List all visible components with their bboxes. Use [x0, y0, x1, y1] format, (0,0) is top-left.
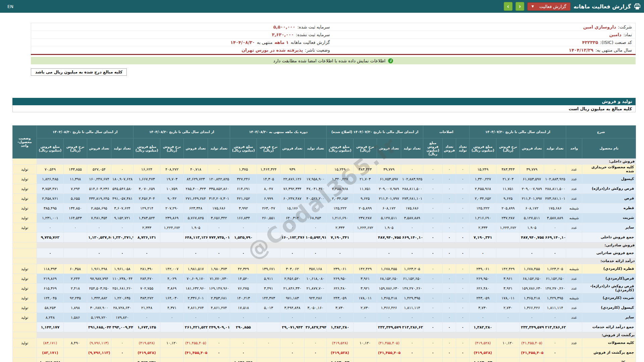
value-cell: ۱۶۰,۱۷۲,۳۷۶	[280, 233, 305, 242]
unit-cell	[566, 233, 582, 242]
value-cell: ۴۲,۳۲۹	[230, 264, 257, 274]
value-cell: ۳,۹۶۱	[354, 274, 377, 284]
value-cell: ۰	[443, 284, 456, 293]
value-cell: ۲۸۱,۳۹۰	[133, 264, 160, 274]
status-cell: تولید	[13, 274, 37, 284]
value-cell: ۵,۱۲۷,۵۱۱	[377, 213, 401, 223]
value-cell: ۶,۹۹۹	[257, 194, 280, 203]
value-cell: ۱۳۴,۸۵۰	[64, 203, 87, 213]
value-cell: ۰	[456, 348, 470, 358]
value-cell: ۹۲,۲۳۵	[64, 293, 87, 303]
value-cell: ۱,۳۸۳,۵۲۴	[133, 213, 160, 223]
value-cell	[160, 348, 184, 358]
value-cell: ۰	[208, 338, 230, 348]
product-name-cell: قطره (کارمزدي)	[582, 264, 636, 274]
value-cell: (۹,۷۹۶,۱۱۳)	[87, 338, 111, 348]
value-cell: ۰	[111, 223, 133, 233]
value-cell: ۱,۶۷۸,۴۵۵	[377, 264, 401, 274]
value-cell: ۲,۳۳۳	[133, 223, 160, 233]
product-row: کپسولعدد۱۰۲,۸۸۳,۹۲۵۶۱,۷۵۳,۵۹۷۲۱,۷۰۳۱,۳۴۰…	[13, 174, 636, 184]
value-cell: ۰	[111, 248, 133, 258]
value-cell: ۳۹۴,۰۰۹,۴۴۷	[111, 322, 133, 332]
value-cell: ۱۴۴,۳۷۳	[257, 293, 280, 303]
value-cell: ۱۱۸,۳۹۳	[37, 264, 64, 274]
product-name-cell: کلیه محصولات	[582, 338, 636, 348]
value-cell: ۰	[544, 313, 566, 322]
value-cell: ۰	[423, 274, 443, 284]
value-cell: ۰	[87, 223, 111, 233]
value-cell: ۱,۶۷۳,۱۳۵	[133, 322, 160, 332]
value-cell: ۱۷,۵۱۸	[230, 303, 257, 313]
value-cell: ۱,۹۸۰,۳۷۳	[208, 264, 230, 274]
value-cell: ۲۴۳,۰۵۹	[470, 293, 496, 303]
fiscal-year-value: ۱۴۰۴/۱۲/۲۹	[569, 48, 593, 53]
status-cell: تولید	[13, 264, 37, 274]
unit-cell: عدد	[566, 174, 582, 184]
value-cell: ۱۴۲,۴۲۹	[496, 264, 520, 274]
product-status-header: وضعیت محصول- واحد	[13, 126, 37, 159]
report-type-dropdown[interactable]: ▼ گزارش فعالیت	[527, 2, 571, 11]
value-cell: ۱۰,۱۲۰	[354, 338, 377, 348]
value-cell: ۰	[456, 338, 470, 348]
value-cell: ۱,۴۲۹,۳۹۵	[401, 293, 423, 303]
value-cell	[111, 358, 133, 362]
next-report-button[interactable]: ›	[516, 2, 524, 11]
period-group-header: از ابتدای سال مالی تا تاریخ ۱۴۰۴/۰۸/۳۰	[133, 126, 230, 138]
value-cell: ۳۶,۸۲۷,۳۹۴	[305, 322, 327, 332]
value-cell	[423, 358, 443, 362]
period-group-header: دوره یک ماهه منتهی به ۱۴۰۴/۰۸/۳۰	[230, 126, 327, 138]
value-cell: ۵,۶۵۵	[64, 194, 87, 203]
value-cell	[456, 358, 470, 362]
column-header: تعداد فروش	[377, 138, 401, 159]
symbol-value: دامین	[609, 32, 622, 37]
value-cell: ۲۶۱,۴۲۱,۵۲۲	[184, 322, 208, 332]
value-cell: ۷۶,۲۷۵	[230, 284, 257, 293]
value-cell: ۱,۳۶۵,۴۱۸	[377, 293, 401, 303]
language-en-link[interactable]: EN	[7, 4, 13, 9]
value-cell: ۲۰۷,۲۹۰	[160, 203, 184, 213]
value-cell: (۹,۷۹۶,۱۱۳)	[87, 348, 111, 358]
value-cell: (۴۱,۴۵۵,۴۰۵)	[184, 348, 208, 358]
status-cell: تولید	[13, 203, 37, 213]
value-cell: ۶۲۳,۳۴۸	[184, 203, 208, 213]
column-header: تعداد تولید	[401, 138, 423, 159]
value-cell: ۱۲۰,۸۴۲,۸۲۵	[208, 174, 230, 184]
value-cell: ۸۴,۶۲۹,۷۲۳	[184, 174, 208, 184]
section-row: فروش داخلی:	[13, 159, 636, 165]
value-cell: ۱۵۹,۷۸۶,۶۳۰	[377, 284, 401, 293]
value-cell: ۱۶,۶۲۴	[133, 165, 160, 174]
value-cell: ۱۱,۳۹۸	[64, 174, 87, 184]
value-cell: ۰	[443, 174, 456, 184]
value-cell: ۳۳۵,۸۵۲,۸۶۰	[208, 184, 230, 194]
value-cell: ۰	[423, 248, 443, 258]
value-cell: ۱۶۴,۰۳۰	[160, 293, 184, 303]
value-cell	[64, 233, 87, 242]
value-cell: ۰	[208, 223, 230, 233]
value-cell	[354, 248, 377, 258]
registered-capital-label: سرمایه ثبت شده:	[297, 24, 330, 29]
registered-capital-row: سرمایه ثبت شده: ۵,۵۰۰,۰۰۰	[31, 23, 333, 31]
value-cell: ۳,۰۵۰,۱۶۰	[305, 303, 327, 313]
amounts-note-wrap: کلیه مبالغ درج شده به میلیون ریال می باش…	[31, 68, 636, 76]
value-cell: ۰	[305, 338, 327, 348]
value-cell: ۳,۶۰۷,۶۲۴	[111, 203, 133, 213]
product-name-cell: سایر	[582, 223, 636, 233]
value-cell: ۰	[456, 233, 470, 242]
value-cell: ۸,۷۲۶,۱۳۱	[133, 233, 160, 242]
column-header: تعداد فروش	[87, 138, 111, 159]
value-cell: ۰	[443, 213, 456, 223]
value-cell: ۰	[423, 313, 443, 322]
production-sales-table: شرحاز ابتدای سال مالی تا تاریخ ۱۴۰۴/۰۷/۳…	[12, 125, 636, 362]
value-cell: ۰	[520, 248, 544, 258]
prev-report-button[interactable]: ‹	[504, 2, 513, 11]
value-cell: ۱,۲۱۶,۶۹۰	[327, 213, 354, 223]
value-cell: ۴,۸۶۱,۲۷۴	[184, 303, 208, 313]
value-cell: ۳۹۱,۶۸۵,۰۴۴	[87, 322, 111, 332]
value-cell	[257, 248, 280, 258]
value-cell	[160, 248, 184, 258]
value-cell: ۹,۱۵۲,۷۲۱	[111, 213, 133, 223]
product-name-cell: جمع فروش داخلی	[582, 233, 636, 242]
value-cell: ۱,۳۴۰,۲۲۷	[470, 174, 496, 184]
total-row: جمع کل۸,۱۵۳,۰۹۳۸,۱۵۳,۰۹۳۱,۸۲۶,۶۴۵۹,۹۷۹,۷…	[13, 358, 636, 362]
value-cell: ۰	[305, 248, 327, 258]
